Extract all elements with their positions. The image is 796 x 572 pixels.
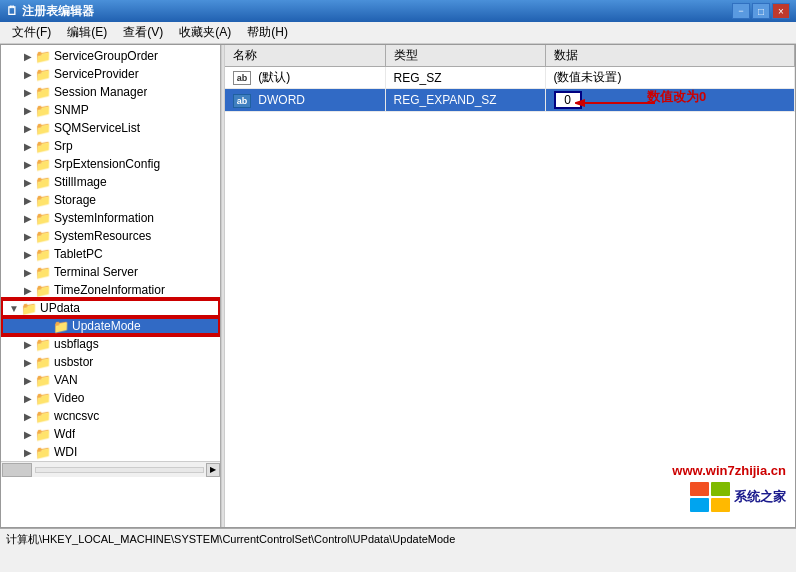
expand-icon: ▶ — [21, 445, 35, 459]
row-name-dword: ab DWORD — [225, 89, 385, 112]
tree-label: SrpExtensionConfig — [54, 157, 160, 171]
folder-icon: 📁 — [35, 67, 51, 81]
tree-label: UPdata — [40, 301, 80, 315]
table-row-dword[interactable]: ab DWORD REG_EXPAND_SZ 0 — [225, 89, 795, 112]
registry-table: 名称 类型 数据 ab (默认) REG_SZ — [225, 45, 795, 112]
tree-label: usbflags — [54, 337, 99, 351]
folder-icon: 📁 — [35, 85, 51, 99]
menu-help[interactable]: 帮助(H) — [239, 22, 296, 43]
table-row[interactable]: ab (默认) REG_SZ (数值未设置) — [225, 67, 795, 89]
tree-label: Srp — [54, 139, 73, 153]
tree-label: TabletPC — [54, 247, 103, 261]
menu-bar: 文件(F) 编辑(E) 查看(V) 收藏夹(A) 帮助(H) — [0, 22, 796, 44]
tree-label: WDI — [54, 445, 77, 459]
col-header-type: 类型 — [385, 45, 545, 67]
expand-icon: ▶ — [21, 391, 35, 405]
expand-icon: ▶ — [21, 85, 35, 99]
menu-file[interactable]: 文件(F) — [4, 22, 59, 43]
folder-icon: 📁 — [35, 175, 51, 189]
tree-item-wdf[interactable]: ▶ 📁 Wdf — [1, 425, 220, 443]
folder-icon: 📁 — [35, 247, 51, 261]
folder-icon: 📁 — [35, 283, 51, 297]
expand-icon: ▶ — [21, 121, 35, 135]
maximize-button[interactable]: □ — [752, 3, 770, 19]
tree-label: StillImage — [54, 175, 107, 189]
expand-icon: ▶ — [21, 229, 35, 243]
status-bar: 计算机\HKEY_LOCAL_MACHINE\SYSTEM\CurrentCon… — [0, 528, 796, 550]
tree-label: SystemInformation — [54, 211, 154, 225]
main-container: ▶ 📁 ServiceGroupOrder ▶ 📁 ServiceProvide… — [0, 44, 796, 528]
tree-item-srpextensionconfig[interactable]: ▶ 📁 SrpExtensionConfig — [1, 155, 220, 173]
title-bar-buttons: － □ × — [732, 3, 790, 19]
tree-item-sqmservicelist[interactable]: ▶ 📁 SQMServiceList — [1, 119, 220, 137]
watermark-url: www.win7zhijia.cn — [672, 463, 786, 478]
tree-item-wcncsvc[interactable]: ▶ 📁 wcncsvc — [1, 407, 220, 425]
window: 🗒 注册表编辑器 － □ × 文件(F) 编辑(E) 查看(V) 收藏夹(A) … — [0, 0, 796, 572]
tree-item-updata[interactable]: ▼ 📁 UPdata — [1, 299, 220, 317]
expand-icon: ▶ — [21, 247, 35, 261]
title-icon: 🗒 — [6, 4, 18, 18]
tree-label: TimeZoneInformatior — [54, 283, 165, 297]
folder-icon: 📁 — [35, 121, 51, 135]
close-button[interactable]: × — [772, 3, 790, 19]
tree-item-systemresources[interactable]: ▶ 📁 SystemResources — [1, 227, 220, 245]
right-panel: 名称 类型 数据 ab (默认) REG_SZ — [225, 45, 795, 527]
tree-label: Storage — [54, 193, 96, 207]
tree-label: ServiceProvider — [54, 67, 139, 81]
tree-item-systeminformation[interactable]: ▶ 📁 SystemInformation — [1, 209, 220, 227]
tree-item-snmp[interactable]: ▶ 📁 SNMP — [1, 101, 220, 119]
tree-label: Terminal Server — [54, 265, 138, 279]
tree-item-terminalserver[interactable]: ▶ 📁 Terminal Server — [1, 263, 220, 281]
expand-icon: ▶ — [21, 193, 35, 207]
expand-icon: ▼ — [7, 301, 21, 315]
tree-label: Wdf — [54, 427, 75, 441]
tree-item-storage[interactable]: ▶ 📁 Storage — [1, 191, 220, 209]
tree-item-video[interactable]: ▶ 📁 Video — [1, 389, 220, 407]
menu-favorites[interactable]: 收藏夹(A) — [171, 22, 239, 43]
folder-icon: 📁 — [53, 319, 69, 333]
tree-item-sessionmanager[interactable]: ▶ 📁 Session Manager — [1, 83, 220, 101]
svg-rect-3 — [711, 482, 730, 496]
minimize-button[interactable]: － — [732, 3, 750, 19]
tree-item-van[interactable]: ▶ 📁 VAN — [1, 371, 220, 389]
expand-icon: ▶ — [21, 211, 35, 225]
folder-icon: 📁 — [35, 427, 51, 441]
row-type-dword: REG_EXPAND_SZ — [385, 89, 545, 112]
dword-value-box[interactable]: 0 — [554, 91, 582, 109]
tree-item-updatemode[interactable]: 📁 UpdateMode — [1, 317, 220, 335]
tree-item-stillimage[interactable]: ▶ 📁 StillImage — [1, 173, 220, 191]
folder-icon: 📁 — [35, 211, 51, 225]
row-data-dword: 0 — [545, 89, 795, 112]
row-name: ab (默认) — [225, 67, 385, 89]
svg-rect-2 — [690, 482, 709, 496]
menu-edit[interactable]: 编辑(E) — [59, 22, 115, 43]
tree-item-servicegrouporder[interactable]: ▶ 📁 ServiceGroupOrder — [1, 47, 220, 65]
tree-label: VAN — [54, 373, 78, 387]
tree-label: SystemResources — [54, 229, 151, 243]
expand-icon: ▶ — [21, 283, 35, 297]
tree-item-usbflags[interactable]: ▶ 📁 usbflags — [1, 335, 220, 353]
logo-area: 系统之家 — [690, 482, 786, 512]
tree-horizontal-scrollbar[interactable]: ▶ — [1, 461, 220, 477]
tree-label: wcncsvc — [54, 409, 99, 423]
folder-icon: 📁 — [35, 409, 51, 423]
window-title: 注册表编辑器 — [22, 3, 94, 20]
title-bar: 🗒 注册表编辑器 － □ × — [0, 0, 796, 22]
col-header-name: 名称 — [225, 45, 385, 67]
folder-icon: 📁 — [35, 157, 51, 171]
tree-item-tabletpc[interactable]: ▶ 📁 TabletPC — [1, 245, 220, 263]
folder-icon: 📁 — [35, 49, 51, 63]
system-home-label: 系统之家 — [734, 488, 786, 506]
ab-icon-blue: ab — [233, 94, 251, 108]
tree-item-timezoneinfo[interactable]: ▶ 📁 TimeZoneInformatior — [1, 281, 220, 299]
tree-item-srp[interactable]: ▶ 📁 Srp — [1, 137, 220, 155]
tree-item-serviceprovider[interactable]: ▶ 📁 ServiceProvider — [1, 65, 220, 83]
expand-icon: ▶ — [21, 427, 35, 441]
row-data: (数值未设置) — [545, 67, 795, 89]
tree-panel[interactable]: ▶ 📁 ServiceGroupOrder ▶ 📁 ServiceProvide… — [1, 45, 221, 527]
menu-view[interactable]: 查看(V) — [115, 22, 171, 43]
tree-item-wdi[interactable]: ▶ 📁 WDI — [1, 443, 220, 461]
expand-icon: ▶ — [21, 67, 35, 81]
tree-item-usbstor[interactable]: ▶ 📁 usbstor — [1, 353, 220, 371]
svg-rect-4 — [690, 498, 709, 512]
